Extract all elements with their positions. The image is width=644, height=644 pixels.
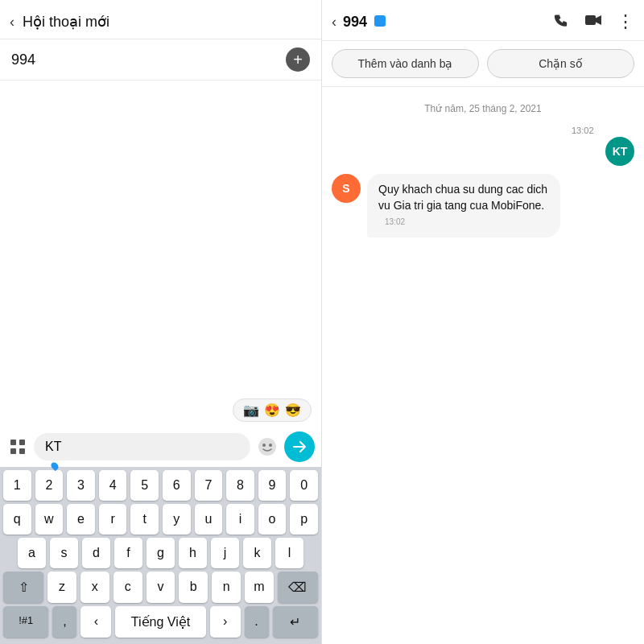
zxcv-row: ⇧ z x c v b n m ⌫ [0,570,321,605]
svg-rect-4 [258,438,276,456]
key-u[interactable]: u [195,504,223,535]
sender-avatar-right: KT [605,137,634,166]
message-bubble-left: Quy khach chua su dung cac dich vu Gia t… [367,174,560,237]
key-h[interactable]: h [179,538,207,568]
chat-contact-name: 994 [343,14,547,31]
shift-key[interactable]: ⇧ [3,572,43,603]
sticker-icon[interactable] [255,435,279,459]
message-text: Quy khach chua su dung cac dich vu Gia t… [378,183,547,212]
heart-eyes-emoji-icon: 😍 [264,402,280,418]
symbols-key[interactable]: !#1 [3,606,48,638]
recipient-input[interactable] [11,52,286,68]
bottom-row: !#1 , ‹ Tiếng Việt › . ↵ [0,605,321,641]
asdf-row: a s d f g h j k l [0,536,321,570]
key-w[interactable]: w [35,504,64,535]
key-g[interactable]: g [147,538,175,568]
message-row-right: 13:02 KT [332,126,634,166]
key-j[interactable]: j [211,538,239,568]
key-m[interactable]: m [245,572,274,603]
key-x[interactable]: x [80,572,109,603]
key-7[interactable]: 7 [195,470,223,501]
language-key[interactable]: Tiếng Việt [115,606,206,638]
add-recipient-button[interactable]: + [286,47,310,72]
key-z[interactable]: z [47,572,76,603]
key-n[interactable]: n [212,572,241,603]
key-6[interactable]: 6 [163,470,191,501]
key-v[interactable]: v [147,572,175,603]
service-avatar: S [332,174,361,203]
qwerty-row: q w e r t y u i o p [0,502,321,536]
svg-point-5 [262,444,266,447]
left-header: ‹ Hội thoại mới [0,0,321,39]
left-chevron-key[interactable]: ‹ [80,606,111,638]
period-key[interactable]: . [245,606,269,638]
key-o[interactable]: o [258,504,287,535]
left-panel: ‹ Hội thoại mới + 📷 😍 😎 [0,0,322,644]
keyboard-area: KT 1 2 3 4 [0,427,321,644]
key-p[interactable]: p [290,504,318,535]
key-t[interactable]: t [130,504,159,535]
key-4[interactable]: 4 [99,470,127,501]
more-icon[interactable]: ⋮ [617,11,634,32]
right-panel: ‹ 994 ⋮ Thêm vào danh bạ Chặn số [322,0,644,644]
message-row-left: S Quy khach chua su dung cac dich vu Gia… [332,174,634,237]
left-panel-title: Hội thoại mới [23,13,308,31]
key-1[interactable]: 1 [3,470,31,501]
message-time-left: 13:02 [385,217,405,226]
kt-label: 13:02 [572,126,599,135]
key-d[interactable]: d [82,538,110,568]
key-f[interactable]: f [114,538,142,568]
svg-rect-0 [10,440,16,445]
emoji-toolbar: 📷 😍 😎 [0,394,321,427]
key-5[interactable]: 5 [130,470,159,501]
keyboard-grid-icon[interactable] [6,436,29,458]
right-chevron-key[interactable]: › [210,606,241,638]
back-icon-left[interactable]: ‹ [10,14,14,31]
svg-point-6 [269,444,272,447]
key-s[interactable]: s [50,538,78,568]
key-y[interactable]: y [163,504,191,535]
date-divider: Thứ năm, 25 tháng 2, 2021 [332,103,634,114]
add-to-contacts-button[interactable]: Thêm vào danh bạ [332,49,479,78]
svg-rect-7 [585,15,596,25]
keyboard-text-input[interactable]: KT [34,433,250,460]
key-q[interactable]: q [3,504,31,535]
svg-rect-2 [10,448,16,454]
block-number-button[interactable]: Chặn số [487,49,634,78]
key-b[interactable]: b [179,572,208,603]
compose-area [0,80,321,394]
recipient-bar: + [0,39,321,80]
send-button[interactable] [284,431,315,462]
right-header: ‹ 994 ⋮ [322,0,644,41]
sunglasses-emoji-icon: 😎 [285,402,301,418]
emoji-pill[interactable]: 📷 😍 😎 [233,398,312,422]
svg-rect-1 [19,440,25,445]
key-8[interactable]: 8 [226,470,254,501]
key-l[interactable]: l [275,538,303,568]
call-icon[interactable] [554,12,570,32]
action-buttons-row: Thêm vào danh bạ Chặn số [322,41,644,87]
chat-area: Thứ năm, 25 tháng 2, 2021 13:02 KT S Quy… [322,87,644,644]
back-icon-right[interactable]: ‹ [332,14,336,31]
key-e[interactable]: e [67,504,95,535]
number-row: 1 2 3 4 5 6 7 8 9 0 [0,467,321,502]
key-2[interactable]: 2 [35,470,64,501]
key-r[interactable]: r [99,504,127,535]
comma-key[interactable]: , [52,606,76,638]
key-k[interactable]: k [243,538,271,568]
svg-rect-3 [19,448,25,454]
keyboard-typed-text: KT [45,440,61,453]
key-i[interactable]: i [226,504,254,535]
header-icons: ⋮ [554,11,634,32]
keyboard-input-row: KT [0,427,321,467]
backspace-key[interactable]: ⌫ [278,572,318,603]
camera-emoji-icon: 📷 [243,402,259,418]
key-9[interactable]: 9 [258,470,287,501]
video-icon[interactable] [584,14,602,31]
key-0[interactable]: 0 [290,470,318,501]
key-a[interactable]: a [18,538,46,568]
key-c[interactable]: c [114,572,142,603]
verified-badge [374,15,386,27]
key-3[interactable]: 3 [67,470,95,501]
enter-key[interactable]: ↵ [273,606,318,638]
